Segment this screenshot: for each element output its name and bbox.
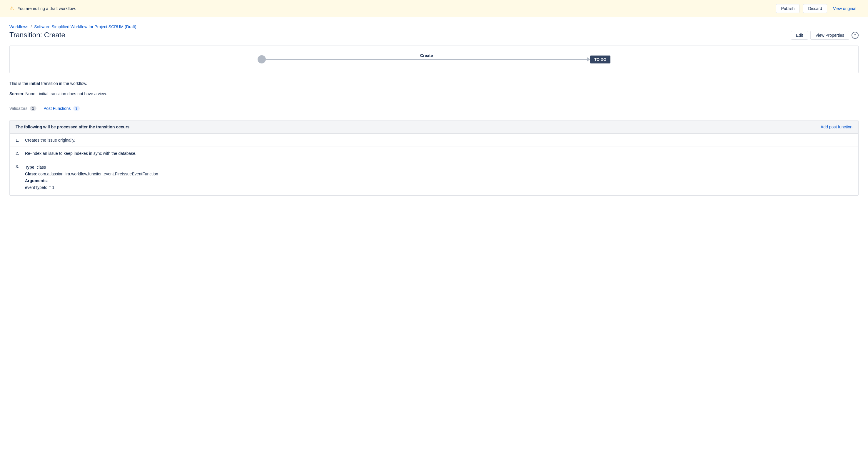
pf-row-3-args-value: eventTypeId = 1 xyxy=(25,185,852,191)
pf-row-1-content: Creates the issue originally. xyxy=(25,138,852,142)
post-function-row-1: 1. Creates the issue originally. xyxy=(10,134,858,147)
banner-left: ⚠ You are editing a draft workflow. xyxy=(9,5,76,12)
help-icon[interactable]: ? xyxy=(851,32,859,39)
tab-validators-badge: 1 xyxy=(30,106,36,111)
page-title: Transition: Create xyxy=(9,31,65,39)
page-header: Transition: Create Edit View Properties … xyxy=(9,31,859,40)
transition-label: Create xyxy=(420,53,433,58)
tab-validators-label: Validators xyxy=(9,106,27,111)
edit-button[interactable]: Edit xyxy=(791,31,808,40)
pf-row-2-text: Re-index an issue to keep indexes in syn… xyxy=(25,151,136,156)
tab-post-functions-badge: 3 xyxy=(73,106,80,111)
pf-row-2-content: Re-index an issue to keep indexes in syn… xyxy=(25,151,852,156)
pf-row-3-class-label: Class xyxy=(25,172,36,176)
start-node xyxy=(257,55,266,63)
publish-button[interactable]: Publish xyxy=(776,4,800,13)
draft-banner: ⚠ You are editing a draft workflow. Publ… xyxy=(0,0,868,17)
post-functions-header-title: The following will be processed after th… xyxy=(16,125,129,129)
end-node: TO DO xyxy=(590,56,611,63)
breadcrumb-current[interactable]: Software Simplified Workflow for Project… xyxy=(34,24,136,29)
pf-row-3-args-label: Arguments xyxy=(25,178,47,183)
pf-row-3-args-colon: : xyxy=(47,178,48,183)
diagram-inner: Create TO DO xyxy=(257,55,611,63)
breadcrumb-separator: / xyxy=(31,24,32,29)
breadcrumb-workflows-link[interactable]: Workflows xyxy=(9,24,28,29)
pf-row-3-args: Arguments: xyxy=(25,178,852,184)
pf-row-3-number: 3. xyxy=(16,164,23,169)
transition-diagram: Create TO DO xyxy=(9,45,859,73)
pf-row-3-class: Class: com.atlassian.jira.workflow.funct… xyxy=(25,171,852,177)
tab-post-functions[interactable]: Post Functions 3 xyxy=(43,103,84,114)
view-properties-button[interactable]: View Properties xyxy=(810,31,849,40)
breadcrumb: Workflows / Software Simplified Workflow… xyxy=(9,24,859,29)
pf-row-1-text: Creates the issue originally. xyxy=(25,138,75,142)
discard-button[interactable]: Discard xyxy=(803,4,827,13)
screen-text: : None - initial transition does not hav… xyxy=(23,91,107,96)
tab-post-functions-label: Post Functions xyxy=(43,106,71,111)
pf-row-3-content: Type: class Class: com.atlassian.jira.wo… xyxy=(25,164,852,191)
view-original-button[interactable]: View original xyxy=(831,4,859,13)
pf-row-3-type-value: : class xyxy=(34,165,46,169)
pf-row-2-number: 2. xyxy=(16,151,23,156)
end-node-arrow xyxy=(587,57,590,61)
main-content: Workflows / Software Simplified Workflow… xyxy=(0,17,868,203)
description-bold: initial xyxy=(29,81,40,86)
description-text-1: This is the xyxy=(9,81,29,86)
initial-description: This is the initial transition in the wo… xyxy=(9,80,859,87)
tab-validators[interactable]: Validators 1 xyxy=(9,103,41,114)
screen-info: Screen: None - initial transition does n… xyxy=(9,91,859,96)
post-functions-container: The following will be processed after th… xyxy=(9,120,859,196)
warning-icon: ⚠ xyxy=(9,5,14,12)
description-text-2: transition in the workflow. xyxy=(40,81,87,86)
page-actions: Edit View Properties ? xyxy=(791,31,859,40)
screen-label: Screen xyxy=(9,91,23,96)
end-node-label: TO DO xyxy=(594,57,606,62)
pf-row-3-type: Type: class xyxy=(25,164,852,170)
pf-row-3-class-value: : com.atlassian.jira.workflow.function.e… xyxy=(36,172,158,176)
post-function-row-3: 3. Type: class Class: com.atlassian.jira… xyxy=(10,160,858,195)
add-post-function-link[interactable]: Add post function xyxy=(821,125,852,129)
post-function-row-2: 2. Re-index an issue to keep indexes in … xyxy=(10,147,858,160)
tabs: Validators 1 Post Functions 3 xyxy=(9,103,859,114)
pf-row-3-type-label: Type xyxy=(25,165,34,169)
post-functions-header: The following will be processed after th… xyxy=(10,121,858,134)
pf-row-1-number: 1. xyxy=(16,138,23,142)
arrow-line: Create xyxy=(266,59,587,60)
banner-text: You are editing a draft workflow. xyxy=(18,6,76,11)
banner-actions: Publish Discard View original xyxy=(776,4,859,13)
